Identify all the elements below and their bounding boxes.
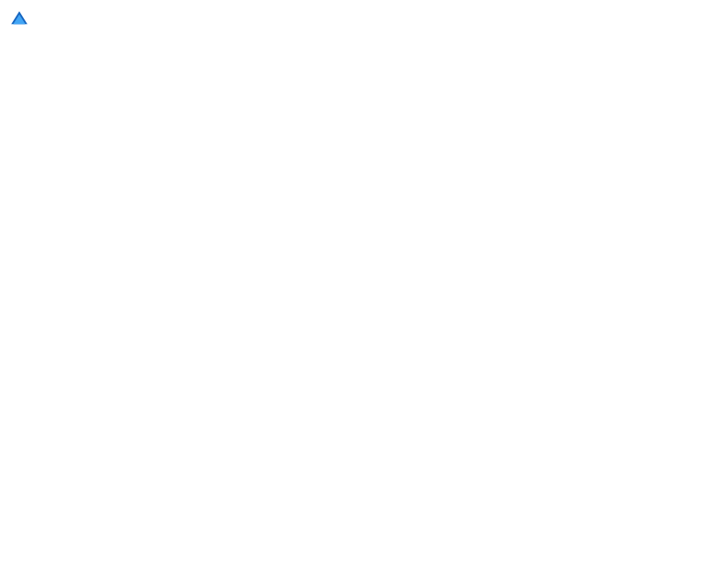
header	[9, 9, 719, 29]
logo-icon	[9, 9, 29, 29]
logo	[9, 9, 33, 29]
